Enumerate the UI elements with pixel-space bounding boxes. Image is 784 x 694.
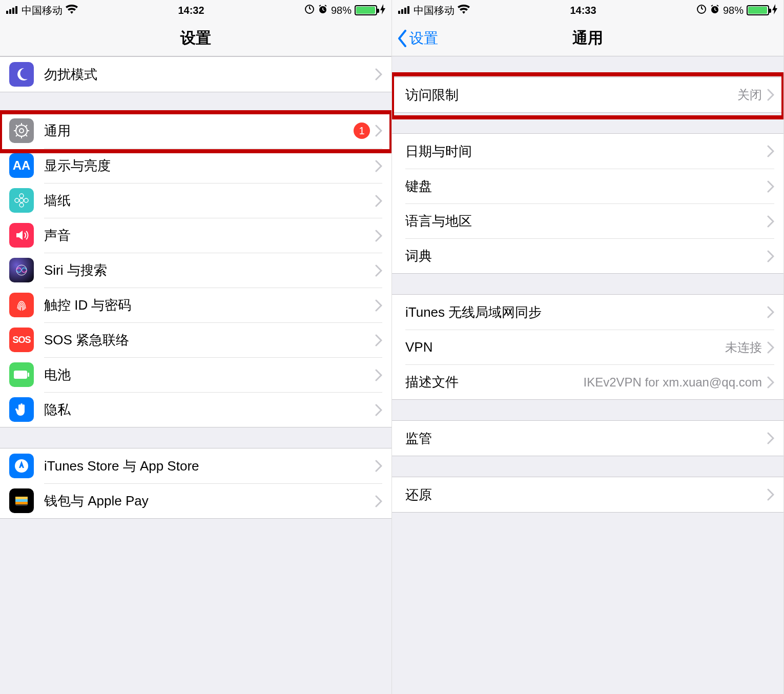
- svg-rect-31: [404, 8, 406, 14]
- svg-rect-32: [407, 6, 409, 14]
- row-label: iTunes 无线局域网同步: [405, 303, 767, 321]
- row-do-not-disturb[interactable]: 勿扰模式: [0, 57, 391, 92]
- svg-rect-3: [15, 6, 17, 14]
- row-label: 键盘: [405, 177, 767, 195]
- row-restrictions[interactable]: 访问限制 关闭: [392, 77, 783, 112]
- row-language[interactable]: 语言与地区: [392, 203, 783, 238]
- wifi-icon: [66, 5, 78, 16]
- signal-icon: [398, 5, 410, 16]
- svg-rect-23: [28, 373, 29, 377]
- back-button[interactable]: 设置: [397, 21, 438, 56]
- back-label: 设置: [409, 29, 438, 48]
- row-touchid[interactable]: 触控 ID 与密码: [0, 288, 391, 322]
- row-label: 墙纸: [44, 192, 375, 210]
- alarm-icon: [710, 4, 720, 17]
- row-label: 触控 ID 与密码: [44, 296, 375, 314]
- chevron-right-icon: [375, 495, 382, 507]
- row-dictionary[interactable]: 词典: [392, 238, 783, 273]
- row-label: 语言与地区: [405, 212, 767, 230]
- screen-general: 中国移动 14:33 98% 设置 通用: [392, 0, 784, 694]
- row-itunes-wifi-sync[interactable]: iTunes 无线局域网同步: [392, 295, 783, 330]
- svg-rect-30: [401, 9, 403, 14]
- flower-icon: [9, 188, 34, 213]
- row-label: 监管: [405, 430, 767, 447]
- page-title: 设置: [180, 28, 211, 49]
- chevron-right-icon: [375, 404, 382, 416]
- row-label: VPN: [405, 339, 725, 355]
- sos-icon: SOS: [9, 328, 34, 352]
- general-list[interactable]: 访问限制 关闭 日期与时间 键盘 语言与地区 词典: [392, 56, 783, 694]
- battery-pct: 98%: [723, 5, 744, 16]
- row-profile[interactable]: 描述文件IKEv2VPN for xm.xuan@qq.com: [392, 364, 783, 399]
- nav-bar: 设置: [0, 21, 391, 56]
- siri-icon: [9, 258, 34, 282]
- row-label: 声音: [44, 227, 375, 244]
- svg-point-20: [24, 198, 28, 202]
- row-privacy[interactable]: 隐私: [0, 392, 391, 427]
- chevron-right-icon: [375, 160, 382, 172]
- battery-pct: 98%: [331, 5, 352, 16]
- chevron-right-icon: [375, 264, 382, 277]
- battery-icon: [355, 5, 377, 15]
- row-label: 隐私: [44, 401, 375, 419]
- row-battery[interactable]: 电池: [0, 357, 391, 392]
- notification-badge: 1: [354, 123, 370, 139]
- row-keyboard[interactable]: 键盘: [392, 169, 783, 203]
- row-sos[interactable]: SOS SOS 紧急联络: [0, 322, 391, 357]
- row-label: Siri 与搜索: [44, 261, 375, 279]
- svg-point-19: [15, 198, 19, 202]
- row-date-time[interactable]: 日期与时间: [392, 134, 783, 169]
- chevron-right-icon: [375, 299, 382, 312]
- moon-icon: [9, 62, 34, 87]
- row-general[interactable]: 通用 1: [0, 113, 391, 148]
- rotation-lock-icon: [696, 4, 707, 17]
- charging-icon: [380, 4, 385, 17]
- row-sound[interactable]: 声音: [0, 218, 391, 253]
- row-label: 访问限制: [405, 86, 737, 104]
- row-label: 电池: [44, 366, 375, 384]
- row-wallpaper[interactable]: 墙纸: [0, 183, 391, 218]
- chevron-right-icon: [375, 195, 382, 207]
- clock: 14:33: [570, 5, 596, 16]
- svg-point-16: [19, 198, 24, 202]
- row-itunes-store[interactable]: iTunes Store 与 App Store: [0, 448, 391, 483]
- row-label: 词典: [405, 247, 767, 265]
- rotation-lock-icon: [304, 4, 315, 17]
- text-size-icon: AA: [9, 153, 34, 178]
- settings-list[interactable]: 勿扰模式 通用 1 AA 显示与亮度: [0, 56, 391, 694]
- page-title: 通用: [572, 28, 603, 49]
- wallet-icon: [9, 488, 34, 513]
- svg-rect-29: [398, 11, 400, 14]
- row-reset[interactable]: 还原: [392, 477, 783, 512]
- fingerprint-icon: [9, 293, 34, 317]
- svg-rect-28: [15, 502, 28, 504]
- svg-rect-22: [14, 371, 27, 379]
- screen-settings: 中国移动 14:32 98% 设置: [0, 0, 392, 694]
- row-detail: 关闭: [737, 87, 762, 103]
- row-label: 描述文件: [405, 373, 584, 391]
- signal-icon: [6, 5, 18, 16]
- chevron-right-icon: [767, 180, 774, 193]
- speaker-icon: [9, 223, 34, 248]
- row-display[interactable]: AA 显示与亮度: [0, 148, 391, 183]
- svg-point-7: [19, 129, 24, 133]
- appstore-icon: [9, 454, 34, 478]
- row-siri[interactable]: Siri 与搜索: [0, 253, 391, 288]
- svg-point-17: [19, 194, 24, 198]
- svg-rect-27: [15, 499, 28, 502]
- chevron-right-icon: [767, 376, 774, 389]
- chevron-right-icon: [375, 230, 382, 242]
- svg-rect-1: [9, 9, 11, 14]
- chevron-right-icon: [767, 145, 774, 157]
- svg-line-15: [16, 134, 18, 136]
- chevron-right-icon: [767, 89, 774, 101]
- svg-line-12: [16, 125, 18, 127]
- status-bar: 中国移动 14:33 98%: [392, 0, 783, 21]
- row-wallet[interactable]: 钱包与 Apple Pay: [0, 483, 391, 518]
- row-label: 通用: [44, 122, 354, 140]
- row-supervision[interactable]: 监管: [392, 421, 783, 456]
- wifi-icon: [458, 5, 470, 16]
- chevron-right-icon: [767, 250, 774, 262]
- carrier-label: 中国移动: [22, 4, 63, 17]
- row-vpn[interactable]: VPN未连接: [392, 330, 783, 364]
